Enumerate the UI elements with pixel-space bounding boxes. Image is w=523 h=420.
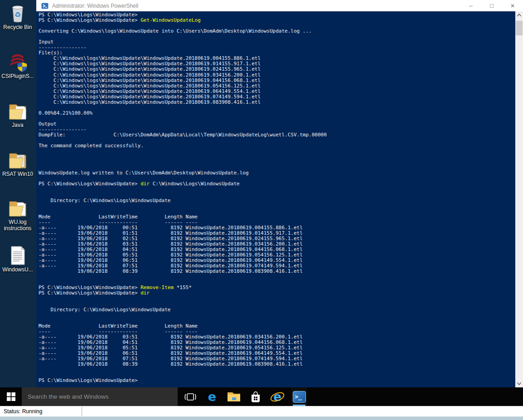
status-bar: Status: Running: [0, 406, 523, 416]
terminal-line: Directory: C:\Windows\Logs\WindowsUpdate: [39, 198, 515, 203]
edge-button[interactable]: e: [204, 387, 220, 406]
desktop-icon-label: WindowsU...: [0, 266, 35, 273]
terminal-line: The command completed successfully.: [39, 143, 515, 149]
status-text: Status: Running: [4, 408, 42, 415]
installer-shield-icon: [0, 51, 35, 72]
folder-document-icon: [0, 197, 35, 218]
scroll-down-icon[interactable]: [515, 380, 523, 387]
desktop-icon-label: Recycle Bin: [0, 24, 35, 30]
terminal-line: [39, 149, 515, 154]
terminal-line: Output: [39, 121, 515, 127]
desktop-icon-windowsupdate-log[interactable]: WindowsU...: [0, 245, 35, 273]
terminal-line: 19/06/2018 08:39 8192 WindowsUpdate.2018…: [39, 362, 515, 367]
desktop-icon-label: RSAT Win10: [0, 171, 35, 177]
desktop-icon-csiplugin[interactable]: CSIPluginS...: [0, 51, 35, 79]
terminal-output[interactable]: PS C:\Windows\Logs\WindowsUpdate> PS C:\…: [36, 11, 515, 387]
desktop-icon-label: WU.log instructions: [0, 219, 35, 232]
terminal-line: [39, 367, 515, 372]
windows-start-icon: [7, 392, 15, 401]
powershell-icon: >_: [293, 391, 306, 403]
recycle-bin-icon: ♻: [0, 2, 35, 23]
terminal-line: WindowsUpdate.log written to C:\Users\Do…: [39, 170, 515, 176]
terminal-line: Input: [39, 39, 515, 45]
terminal-line: [39, 116, 515, 121]
svg-text:♻: ♻: [15, 10, 21, 19]
terminal-line: [39, 313, 515, 318]
terminal-line: 19/06/2018 08:39 8192 WindowsUpdate.2018…: [39, 269, 515, 274]
terminal-line: [39, 296, 515, 301]
folder-box-icon: [0, 149, 35, 170]
terminal-line: C:\Windows\logs\WindowsUpdate\WindowsUpd…: [39, 100, 515, 105]
terminal-line: [39, 154, 515, 159]
terminal-line: [39, 187, 515, 193]
folder-icon: [0, 100, 35, 121]
scroll-up-icon[interactable]: [515, 11, 523, 19]
desktop-icon-rsat[interactable]: RSAT Win10: [0, 149, 35, 177]
terminal-line: PS C:\Windows\Logs\WindowsUpdate> dir: [39, 290, 515, 296]
desktop-icon-recycle-bin[interactable]: ♻ Recycle Bin: [0, 2, 35, 30]
bottom-strip: [0, 416, 523, 420]
powershell-icon: [41, 2, 48, 10]
terminal-line: Directory: C:\Windows\Logs\WindowsUpdate: [39, 307, 515, 313]
file-explorer-icon: [227, 391, 241, 403]
scrollbar-thumb[interactable]: [516, 21, 523, 35]
taskbar-search-box[interactable]: [22, 387, 178, 406]
desktop-icon-wu-log-instructions[interactable]: WU.log instructions: [0, 197, 35, 232]
task-view-icon: [184, 392, 197, 402]
file-explorer-button[interactable]: [226, 387, 242, 406]
terminal-line: [39, 159, 515, 165]
minimize-button[interactable]: ─: [460, 0, 481, 11]
store-icon: [250, 390, 262, 404]
terminal-line: [39, 274, 515, 280]
terminal-line: PS C:\Windows\Logs\WindowsUpdate> Get-Wi…: [39, 18, 515, 23]
vertical-scrollbar[interactable]: [515, 11, 523, 387]
terminal-line: 0.00%84.21%100.00%: [39, 111, 515, 116]
store-button[interactable]: [247, 387, 264, 406]
title-bar[interactable]: Administrator: Windows PowerShell ─ □ ✕: [36, 0, 523, 11]
close-button[interactable]: ✕: [502, 0, 523, 11]
window-title: Administrator: Windows PowerShell: [52, 3, 460, 9]
terminal-line: [39, 34, 515, 39]
powershell-window: Administrator: Windows PowerShell ─ □ ✕ …: [36, 0, 523, 387]
desktop-icon-label: CSIPluginS...: [0, 73, 35, 79]
terminal-line: PS C:\Windows\Logs\WindowsUpdate> _: [39, 378, 515, 383]
maximize-button[interactable]: □: [481, 0, 502, 11]
terminal-line: PS C:\Windows\Logs\WindowsUpdate> dir C:…: [39, 181, 515, 187]
edge-icon: e: [208, 391, 216, 403]
terminal-line: ----------------: [39, 45, 515, 50]
desktop-icon-java[interactable]: Java: [0, 100, 35, 128]
internet-explorer-button[interactable]: e: [269, 387, 286, 406]
start-button[interactable]: [0, 387, 22, 406]
task-view-button[interactable]: [182, 387, 199, 406]
search-input[interactable]: [22, 387, 178, 406]
ie-gold-ring-icon: [270, 390, 285, 404]
powershell-taskbar-button[interactable]: >_: [291, 387, 307, 406]
terminal-line: Converting C:\Windows\logs\WindowsUpdate…: [39, 29, 515, 34]
taskbar: e e >_: [0, 387, 523, 406]
desktop-icon-label: Java: [0, 122, 35, 128]
terminal-line: [39, 203, 515, 209]
terminal-line: DumpFile: C:\Users\DomAdm\AppData\Local\…: [39, 132, 515, 138]
status-bar-divider: [82, 407, 82, 416]
terminal-line: [39, 105, 515, 111]
text-document-icon: [0, 245, 35, 266]
